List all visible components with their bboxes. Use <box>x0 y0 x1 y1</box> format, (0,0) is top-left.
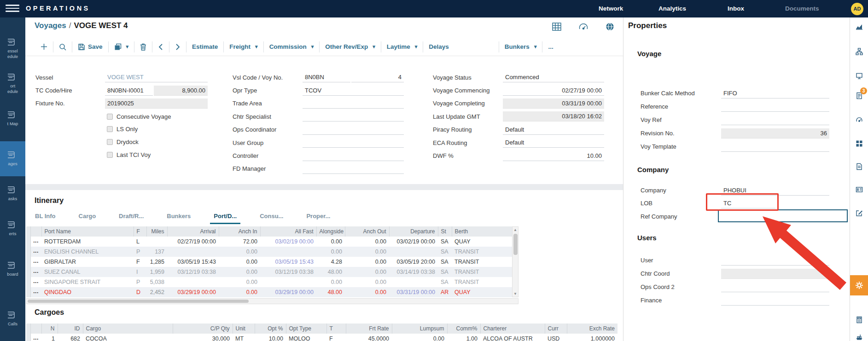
property-field[interactable]: FIFO <box>721 88 829 98</box>
scrollbar-thumb[interactable] <box>513 234 518 255</box>
globe-icon[interactable] <box>605 22 615 31</box>
itinerary-tab[interactable]: Cargo <box>75 213 100 224</box>
checkbox[interactable] <box>107 152 113 158</box>
menu-icon[interactable] <box>6 5 19 13</box>
itinerary-tab[interactable]: Port/D... <box>210 213 240 224</box>
form-field[interactable]: 03/31/19 00:00 <box>503 98 604 109</box>
table-grid-icon[interactable] <box>552 22 562 31</box>
commission-menu[interactable]: Commission <box>264 43 320 50</box>
laytime-menu[interactable]: Laytime <box>381 43 423 50</box>
itinerary-vertical-scrollbar[interactable]: ▲ ▼ <box>512 226 518 297</box>
itinerary-row[interactable]: ••• ROTTERDAM L 02/27/19 00:00 72.00 03/… <box>26 237 512 247</box>
form-field[interactable] <box>303 138 404 148</box>
freight-menu[interactable]: Freight <box>224 43 263 50</box>
monitor-icon[interactable] <box>850 68 868 84</box>
voy-no-field[interactable]: 4 <box>351 72 404 82</box>
itinerary-row[interactable]: ••• SUEZ CANAL I 1,959 03/12/19 03:38 0.… <box>26 267 512 277</box>
checkbox[interactable] <box>107 139 113 145</box>
itinerary-row[interactable]: ••• GIBRALTAR F 1,285 03/05/19 15:43 0.0… <box>26 257 512 267</box>
delete-button[interactable] <box>134 43 152 51</box>
property-field[interactable] <box>721 255 829 266</box>
add-button[interactable] <box>35 43 53 50</box>
itinerary-row[interactable]: ••• QINGDAO D 2,452 03/29/19 00:00 0.00 … <box>26 287 512 297</box>
lob-field[interactable]: TC <box>721 198 775 208</box>
sidebar-item[interactable]: erts <box>0 211 25 246</box>
sidebar-item[interactable]: t Map <box>0 101 25 136</box>
nav-network[interactable]: Network <box>599 0 623 17</box>
form-field[interactable] <box>303 125 404 135</box>
breadcrumb-voyages-link[interactable]: Voyages <box>35 21 66 30</box>
area-chart-icon[interactable] <box>850 19 868 35</box>
row-menu-icon[interactable]: ••• <box>30 277 41 287</box>
cargo-row[interactable]: ••• 1 682 COCOA 30,000 MT 10.00 MOLOO F … <box>26 334 618 341</box>
copy-menu-button[interactable] <box>109 43 134 51</box>
company-field[interactable]: PHOBUI <box>721 185 829 196</box>
estimate-button[interactable]: Estimate <box>186 43 223 50</box>
scroll-up-icon[interactable]: ▲ <box>513 227 518 233</box>
row-menu-icon[interactable]: ••• <box>30 334 41 341</box>
ref-company-field[interactable] <box>718 209 848 222</box>
property-field[interactable]: 36 <box>721 128 829 139</box>
next-button[interactable] <box>169 43 186 51</box>
property-field[interactable] <box>721 102 829 112</box>
itinerary-tab[interactable]: Consu... <box>256 213 287 224</box>
form-field[interactable]: 03/18/20 16:02 <box>503 111 604 121</box>
speedometer-icon[interactable] <box>850 112 868 127</box>
gear-icon[interactable] <box>850 275 868 295</box>
form-field[interactable] <box>303 111 404 121</box>
property-field[interactable] <box>721 269 829 279</box>
search-button[interactable] <box>53 43 72 51</box>
checkbox[interactable] <box>107 114 113 120</box>
row-menu-icon[interactable]: ••• <box>30 257 41 267</box>
id-card-icon[interactable] <box>850 182 868 197</box>
modules-icon[interactable] <box>850 136 868 151</box>
nav-documents[interactable]: Documents <box>785 0 819 17</box>
sidebar-item[interactable]: essel edule <box>0 31 25 66</box>
sidebar-item[interactable]: board <box>0 252 25 287</box>
property-field[interactable] <box>721 295 829 306</box>
form-field[interactable]: 02/27/19 00:00 <box>503 86 604 96</box>
form-field[interactable] <box>303 98 404 109</box>
form-field[interactable]: Default <box>503 125 604 135</box>
document-icon[interactable] <box>850 159 868 174</box>
form-field[interactable] <box>303 164 404 174</box>
checkbox[interactable] <box>107 126 113 132</box>
vsl-code-field[interactable]: 8N0BN <box>303 72 350 82</box>
row-menu-icon[interactable]: ••• <box>30 287 41 297</box>
itinerary-row[interactable]: ••• ENGLISH CHANNEL P 137 0.00 0.00 0.00… <box>26 247 512 257</box>
more-menu[interactable]: ... <box>542 43 559 50</box>
nav-analytics[interactable]: Analytics <box>658 0 686 17</box>
gauge-icon[interactable] <box>578 22 588 31</box>
tc-code-field[interactable]: 8N0BN-I0001 <box>105 86 153 96</box>
hierarchy-icon[interactable] <box>850 44 868 59</box>
prev-button[interactable] <box>152 43 169 51</box>
property-field[interactable] <box>721 115 829 125</box>
vessel-field[interactable]: VOGE WEST <box>105 72 208 82</box>
form-field[interactable]: Default <box>503 138 604 148</box>
other-rev-exp-menu[interactable]: Other Rev/Exp <box>320 43 381 50</box>
compose-icon[interactable] <box>850 205 868 221</box>
sidebar-item[interactable]: Calls <box>0 301 25 336</box>
nav-inbox[interactable]: Inbox <box>728 0 744 17</box>
sidebar-item[interactable]: ages <box>0 141 25 176</box>
row-menu-icon[interactable]: ••• <box>30 247 41 257</box>
calculator-icon[interactable] <box>850 312 868 328</box>
property-field[interactable] <box>721 142 829 152</box>
ship-icon[interactable] <box>850 329 868 341</box>
itinerary-tab[interactable]: BL Info <box>31 213 59 224</box>
itinerary-tab[interactable]: Bunkers <box>163 213 194 224</box>
scroll-down-icon[interactable]: ▼ <box>513 291 518 297</box>
bunkers-menu[interactable]: Bunkers <box>499 43 542 50</box>
form-field[interactable]: 10.00 <box>503 151 604 161</box>
itinerary-tab[interactable]: Draft/R... <box>115 213 147 224</box>
form-field[interactable]: TCOV <box>303 86 404 96</box>
itinerary-tab[interactable]: Proper... <box>303 213 334 224</box>
itinerary-horizontal-scrollbar[interactable] <box>26 298 518 304</box>
sidebar-item[interactable]: asks <box>0 176 25 211</box>
user-avatar[interactable]: AD <box>851 3 863 15</box>
property-field[interactable] <box>721 282 829 292</box>
form-field[interactable] <box>303 151 404 161</box>
row-menu-icon[interactable]: ••• <box>30 267 41 277</box>
row-menu-icon[interactable]: ••• <box>30 237 41 247</box>
sidebar-item[interactable]: ort edule <box>0 66 25 101</box>
